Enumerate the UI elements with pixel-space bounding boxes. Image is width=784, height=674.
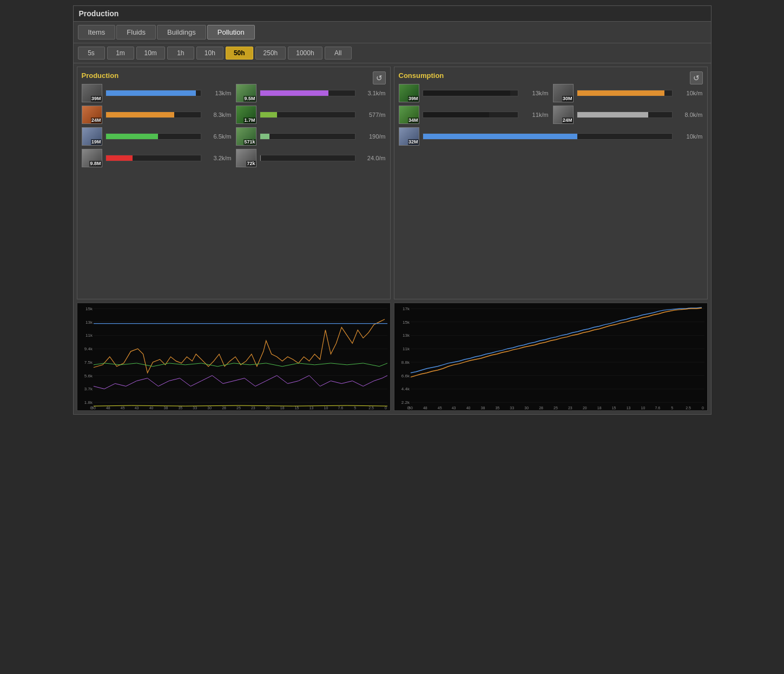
svg-text:50: 50 [91, 406, 96, 410]
app-window: Production Items Fluids Buildings Pollut… [73, 5, 711, 415]
svg-text:23: 23 [251, 406, 255, 410]
svg-text:3.7k: 3.7k [84, 387, 92, 391]
bar-1-2 [577, 112, 673, 118]
consumption-chart: 17k 15k 13k 11k 8.8k 6.6k 4.4k 2.2k 0 50… [394, 303, 708, 411]
time-all[interactable]: All [325, 47, 352, 60]
bar-0-2 [260, 90, 355, 96]
prod-row-3: 9.8M3.2k/m72k24.0/m [82, 149, 386, 167]
tab-bar: Items Fluids Buildings Pollution [74, 22, 711, 43]
time-10h[interactable]: 10h [196, 47, 223, 60]
svg-text:5.6k: 5.6k [84, 374, 92, 378]
panels-row: Production ↺ 39M13k/m9.5M3.1k/m24M8.3k/m… [74, 63, 711, 299]
bar-1-1 [106, 112, 201, 118]
rate-3-2: 24.0/m [358, 155, 386, 161]
rate-0-2: 3.1k/m [358, 90, 386, 96]
production-reset[interactable]: ↺ [373, 71, 386, 84]
svg-text:5: 5 [671, 406, 673, 410]
svg-text:8.8k: 8.8k [401, 360, 409, 365]
item-icon-1-1[interactable]: 34M [399, 106, 419, 124]
time-10m[interactable]: 10m [136, 47, 165, 60]
svg-text:25: 25 [236, 406, 241, 410]
item-icon-0-1[interactable]: 39M [82, 84, 102, 102]
svg-text:33: 33 [193, 406, 197, 410]
svg-text:35: 35 [495, 406, 499, 410]
svg-text:5: 5 [354, 406, 356, 410]
svg-text:50: 50 [409, 406, 413, 410]
time-50h[interactable]: 50h [226, 47, 253, 60]
rate-1-2: 577/m [358, 112, 386, 118]
bar-3-1 [106, 155, 201, 161]
svg-text:28: 28 [539, 406, 543, 410]
time-1000h[interactable]: 1000h [288, 47, 322, 60]
rate-0-1: 13k/m [521, 90, 549, 96]
bar-0-1 [423, 90, 518, 96]
svg-rect-40 [394, 303, 707, 410]
time-1h[interactable]: 1h [167, 47, 194, 60]
item-icon-0-2[interactable]: 30M [553, 84, 574, 102]
item-icon-2-2[interactable]: 571k [236, 127, 256, 146]
item-icon-1-1[interactable]: 24M [82, 106, 102, 124]
svg-text:11k: 11k [85, 333, 93, 338]
production-rows: 39M13k/m9.5M3.1k/m24M8.3k/m1.7M577/m19M6… [82, 84, 386, 167]
svg-text:18: 18 [597, 406, 601, 410]
rate-0-2: 10k/m [675, 90, 703, 96]
bar-0-2 [577, 90, 673, 96]
production-title: Production [82, 71, 386, 80]
time-1m[interactable]: 1m [107, 47, 134, 60]
item-icon-3-1[interactable]: 9.8M [82, 149, 102, 167]
svg-text:7.6: 7.6 [338, 406, 343, 410]
item-icon-1-2[interactable]: 24M [553, 106, 574, 124]
item-icon-3-2[interactable]: 72k [236, 149, 256, 167]
bar-0-1 [106, 90, 201, 96]
svg-text:17k: 17k [403, 306, 410, 311]
svg-text:9.4k: 9.4k [84, 346, 92, 351]
tab-items[interactable]: Items [78, 25, 116, 40]
svg-text:13: 13 [309, 406, 313, 410]
svg-text:1.8k: 1.8k [84, 400, 92, 405]
consumption-title: Consumption [399, 71, 703, 80]
charts-row: 15k 13k 11k 9.4k 7.5k 5.6k 3.7k 1.8k 0 [74, 299, 711, 414]
bar-3-2 [260, 155, 355, 161]
svg-text:4.4k: 4.4k [401, 387, 409, 391]
svg-text:11k: 11k [403, 346, 410, 351]
svg-text:18: 18 [280, 406, 284, 410]
rate-3-1: 3.2k/m [203, 155, 232, 161]
svg-text:40: 40 [466, 406, 470, 410]
svg-text:7.6: 7.6 [655, 406, 660, 410]
tab-pollution[interactable]: Pollution [207, 25, 255, 40]
svg-text:15: 15 [611, 406, 616, 410]
svg-text:13k: 13k [403, 333, 410, 338]
consumption-panel: Consumption ↺ 39M13k/m30M10k/m34M11k/m24… [394, 67, 708, 299]
rate-1-1: 8.3k/m [203, 112, 232, 118]
svg-text:45: 45 [120, 406, 124, 410]
svg-text:15k: 15k [403, 320, 410, 325]
svg-text:40: 40 [149, 406, 153, 410]
consumption-reset[interactable]: ↺ [690, 71, 703, 84]
svg-text:23: 23 [568, 406, 572, 410]
bar-2-2 [260, 133, 355, 140]
item-icon-2-1[interactable]: 19M [82, 127, 102, 146]
svg-text:38: 38 [480, 406, 485, 410]
item-icon-0-1[interactable]: 39M [399, 84, 419, 102]
consumption-chart-svg: 17k 15k 13k 11k 8.8k 6.6k 4.4k 2.2k 0 50… [394, 303, 707, 410]
svg-text:33: 33 [510, 406, 514, 410]
prod-row-2: 19M6.5k/m571k190/m [82, 127, 386, 146]
tab-buildings[interactable]: Buildings [157, 25, 206, 40]
bar-2-1 [106, 133, 201, 140]
item-icon-1-2[interactable]: 1.7M [236, 106, 256, 124]
window-title: Production [79, 9, 119, 18]
svg-text:38: 38 [163, 406, 168, 410]
item-icon-0-2[interactable]: 9.5M [236, 84, 256, 102]
rate-2-1: 6.5k/m [203, 133, 232, 140]
time-5s[interactable]: 5s [78, 47, 105, 60]
bar-1-2 [260, 112, 355, 118]
item-icon-2-1[interactable]: 32M [399, 127, 419, 146]
svg-text:48: 48 [106, 406, 110, 410]
svg-rect-0 [77, 303, 390, 410]
svg-text:2.2k: 2.2k [401, 400, 409, 405]
svg-text:15k: 15k [85, 306, 93, 311]
tab-fluids[interactable]: Fluids [116, 25, 156, 40]
svg-text:43: 43 [134, 406, 139, 410]
time-250h[interactable]: 250h [255, 47, 286, 60]
svg-text:25: 25 [554, 406, 558, 410]
